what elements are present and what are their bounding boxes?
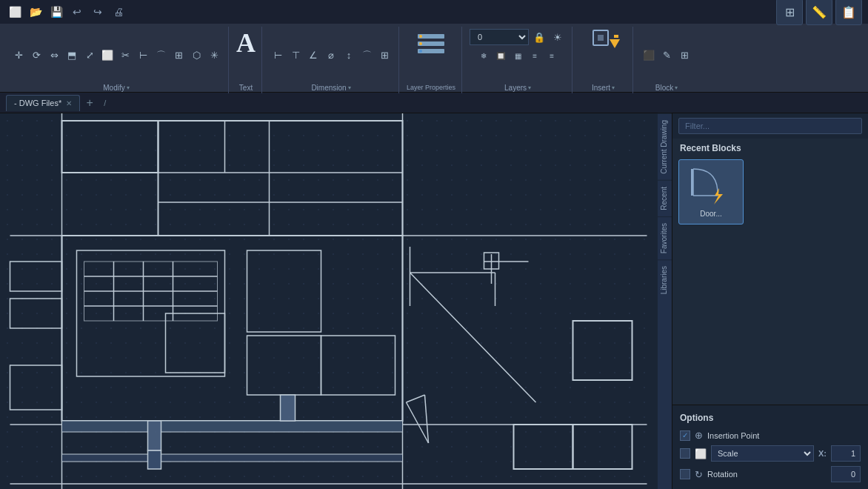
insert-label[interactable]: Insert ▾ [592,84,615,93]
svg-line-58 [425,395,429,443]
new-tab-button[interactable]: + [81,95,98,111]
array-icon[interactable]: ⊞ [170,47,187,64]
layer-color-icon[interactable]: 🔲 [493,47,509,64]
vertical-tabs: Current Drawing Recent Favorites Librari… [657,113,672,489]
recent-blocks-title: Recent Blocks [672,139,868,156]
grid-icon[interactable]: ⊞ [776,0,803,25]
new-button[interactable]: ⬜ [6,3,24,21]
layer-lineweight-icon[interactable]: ≡ [544,47,560,64]
rotation-row: ↻ Rotation [672,464,868,485]
modify-label[interactable]: Modify ▾ [103,84,129,93]
svg-line-57 [407,395,425,402]
svg-point-4 [419,42,422,45]
svg-rect-30 [514,425,573,469]
dimension-label[interactable]: Dimension ▾ [311,84,350,93]
scale-icon[interactable]: ⬜ [99,47,116,64]
insertion-point-row: ✓ ⊕ Insertion Point [672,428,868,443]
dim-linear-icon[interactable]: ⊢ [270,47,286,64]
layer-freeze-icon[interactable]: ❄ [475,47,492,64]
svg-rect-25 [247,250,321,332]
extend-icon[interactable]: ⊢ [135,47,151,64]
scale-select[interactable]: Scale [711,445,814,462]
block-arrow-icon: ▾ [675,84,678,91]
measure-icon[interactable]: 📏 [806,0,832,25]
modify-group: ✛ ⟳ ⇔ ⬒ ⤢ ⬜ ✂ ⊢ ⌒ ⊞ ⬡ ✳ Modify ▾ [4,27,229,93]
layer-sun-icon[interactable]: ☀ [550,29,566,45]
svg-rect-48 [10,262,62,291]
block-create-icon[interactable]: ⬛ [641,47,657,64]
explode-icon[interactable]: ✳ [206,47,222,64]
dim-aligned-icon[interactable]: ⊤ [287,47,304,64]
clipboard-icon[interactable]: 📋 [835,0,862,25]
dim-angular-icon[interactable]: ∠ [305,47,321,64]
trim-icon[interactable]: ✂ [117,47,133,64]
svg-rect-16 [62,121,158,173]
dim-diameter-icon[interactable]: ↕ [341,47,357,64]
layer-pattern-icon[interactable]: ▦ [510,47,526,64]
svg-rect-17 [158,121,403,236]
modify-arrow-icon: ▾ [127,84,130,91]
toolbar-top: ⬜ 📂 💾 ↩ ↪ 🖨 ⊞ 📏 📋 [0,0,868,24]
dim-jogged-icon[interactable]: ⌒ [358,47,375,64]
rotate-icon[interactable]: ⟳ [28,47,44,64]
vtab-libraries[interactable]: Libraries [658,259,672,300]
block-edit-icon[interactable]: ✎ [658,47,675,64]
layer-properties-label[interactable]: Layer Properties [407,84,455,93]
mirror-icon[interactable]: ⇔ [46,47,62,64]
filter-area [672,113,868,139]
x-label: X: [818,449,827,458]
insertion-point-checkbox[interactable]: ✓ [680,430,690,441]
vtab-current-drawing[interactable]: Current Drawing [658,113,672,180]
dimension-group: ⊢ ⊤ ∠ ⌀ ↕ ⌒ ⊞ Dimension ▾ [264,27,399,93]
redo-button[interactable]: ↪ [89,3,107,21]
layers-arrow-icon: ▾ [528,84,531,91]
block-extract-icon[interactable]: ⊞ [676,47,692,64]
dimension-icons: ⊢ ⊤ ∠ ⌀ ↕ ⌒ ⊞ [270,27,393,84]
quick-access-bar: ⬜ 📂 💾 ↩ ↪ 🖨 [6,3,127,21]
svg-rect-22 [62,236,403,421]
text-label[interactable]: Text [239,84,253,93]
tabbar: - DWG Files* ✕ + / [0,93,868,113]
dim-radius-icon[interactable]: ⌀ [323,47,339,64]
rotation-value[interactable] [831,466,861,482]
undo-button[interactable]: ↩ [68,3,86,21]
options-title: Options [672,410,868,428]
dim-style-icon[interactable]: ⊞ [376,47,393,64]
text-big-a-icon: A [236,27,256,58]
layer-properties-icon[interactable] [413,27,449,62]
breadcrumb: / [99,99,106,107]
layer-linetype-icon[interactable]: ≡ [527,47,543,64]
layers-combobox[interactable]: 0 [470,29,529,45]
insertion-point-icon: ⊕ [695,430,703,441]
blocks-grid: Door... [672,156,868,405]
canvas-area[interactable] [0,113,657,489]
move-icon[interactable]: ✛ [10,47,27,64]
svg-rect-55 [281,395,296,421]
layers-label[interactable]: Layers ▾ [504,84,531,93]
insertion-point-label: Insertion Point [707,431,861,440]
erase-icon[interactable]: ⬡ [188,47,204,64]
print-button[interactable]: 🖨 [110,3,127,21]
rotation-checkbox[interactable] [680,469,690,479]
insert-icon[interactable] [587,27,620,59]
vtab-recent[interactable]: Recent [658,180,672,216]
block-label[interactable]: Block ▾ [655,84,678,93]
save-button[interactable]: 💾 [47,3,65,21]
filter-input[interactable] [678,118,862,134]
scale-x-value[interactable] [831,445,861,462]
svg-line-56 [407,402,429,443]
block-door-item[interactable]: Door... [678,159,744,224]
open-button[interactable]: 📂 [27,3,44,21]
block-item-wrap: Door... [678,159,744,402]
fillet-icon[interactable]: ⌒ [153,47,169,64]
svg-rect-49 [10,299,62,328]
svg-rect-29 [573,425,632,469]
tab-close-icon[interactable]: ✕ [66,99,72,107]
copy-icon[interactable]: ⬒ [64,47,80,64]
layer-lock-icon[interactable]: 🔒 [531,29,547,45]
stretch-icon[interactable]: ⤢ [81,47,98,64]
scale-checkbox[interactable] [680,448,690,459]
tab-label: - DWG Files* [14,99,61,107]
dwg-tab[interactable]: - DWG Files* ✕ [6,95,80,111]
vtab-favorites[interactable]: Favorites [658,216,672,259]
